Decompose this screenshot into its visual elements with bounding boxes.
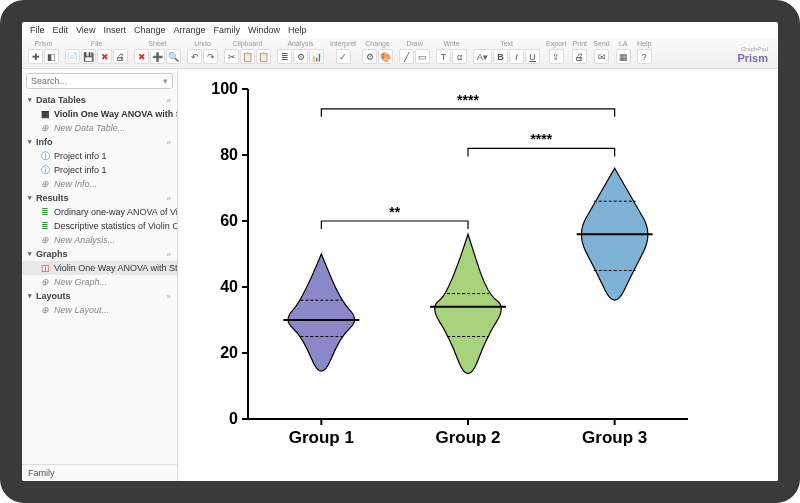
sidebar: ▾ Data Tables ▦Violin One Way ANOVA with… <box>22 69 178 481</box>
navigator-tree: Data Tables ▦Violin One Way ANOVA with S… <box>22 93 177 464</box>
export-icon[interactable]: ⇪ <box>549 49 564 64</box>
sidebar-item-result2[interactable]: ≣Descriptive statistics of Violin One Wa… <box>22 219 177 233</box>
plus-circle-icon: ⊕ <box>40 179 50 189</box>
greek-icon[interactable]: α <box>452 49 467 64</box>
menu-bar: File Edit View Insert Change Arrange Fam… <box>22 22 778 38</box>
copy-icon[interactable]: 📋 <box>240 49 255 64</box>
section-layouts[interactable]: Layouts <box>22 289 177 303</box>
family-panel-header[interactable]: Family <box>22 464 177 481</box>
svg-text:Group 1: Group 1 <box>289 428 354 447</box>
settings-icon[interactable]: ⚙ <box>293 49 308 64</box>
close-icon[interactable]: ✖ <box>97 49 112 64</box>
italic-button[interactable]: I <box>509 49 524 64</box>
menu-help[interactable]: Help <box>286 24 309 36</box>
search-box[interactable]: ▾ <box>26 73 173 89</box>
analyze-icon[interactable]: ≣ <box>277 49 292 64</box>
print-icon[interactable]: 🖨 <box>113 49 128 64</box>
plus-circle-icon: ⊕ <box>40 277 50 287</box>
info-icon: ⓘ <box>40 165 50 175</box>
menu-view[interactable]: View <box>74 24 97 36</box>
brand: GraphPad Prism <box>731 46 774 64</box>
interpret-icon[interactable]: ✓ <box>336 49 351 64</box>
section-info[interactable]: Info <box>22 135 177 149</box>
change-icon[interactable]: ⚙ <box>362 49 377 64</box>
violin-chart: 020406080100Group 1Group 2Group 3*******… <box>188 69 708 469</box>
help-icon[interactable]: ? <box>637 49 652 64</box>
svg-text:40: 40 <box>220 278 238 295</box>
svg-text:80: 80 <box>220 146 238 163</box>
tb-group-la: LA ▦ <box>614 40 633 64</box>
plus-circle-icon: ⊕ <box>40 305 50 315</box>
menu-insert[interactable]: Insert <box>101 24 128 36</box>
svg-text:****: **** <box>457 92 479 108</box>
sidebar-item-info2[interactable]: ⓘProject info 1 <box>22 163 177 177</box>
save-icon[interactable]: 💾 <box>81 49 96 64</box>
brand-name: Prism <box>737 52 768 64</box>
section-results[interactable]: Results <box>22 191 177 205</box>
svg-text:100: 100 <box>211 80 238 97</box>
svg-text:60: 60 <box>220 212 238 229</box>
sidebar-item-result1[interactable]: ≣Ordinary one-way ANOVA of Violin One... <box>22 205 177 219</box>
add-sheet-icon[interactable]: ➕ <box>150 49 165 64</box>
bold-button[interactable]: B <box>493 49 508 64</box>
tb-group-undo: Undo ↶ ↷ <box>185 40 220 64</box>
find-icon[interactable]: 🔍 <box>166 49 181 64</box>
tb-group-draw: Draw ╱ ▭ <box>397 40 432 64</box>
panel-icon[interactable]: ◧ <box>44 49 59 64</box>
color-icon[interactable]: 🎨 <box>378 49 393 64</box>
search-input[interactable] <box>31 76 163 86</box>
graph-canvas[interactable]: 020406080100Group 1Group 2Group 3*******… <box>178 69 778 481</box>
svg-text:Group 3: Group 3 <box>582 428 647 447</box>
menu-edit[interactable]: Edit <box>51 24 71 36</box>
menu-window[interactable]: Window <box>246 24 282 36</box>
rect-icon[interactable]: ▭ <box>415 49 430 64</box>
tb-group-text: Text A▾ B I U <box>471 40 542 64</box>
underline-button[interactable]: U <box>525 49 540 64</box>
new-file-icon[interactable]: 📄 <box>65 49 80 64</box>
sidebar-item-data-table[interactable]: ▦Violin One Way ANOVA with Stars <box>22 107 177 121</box>
toolbar: Prism ✚ ◧ File 📄 💾 ✖ 🖨 Sheet ✖ ➕ 🔍 <box>22 38 778 69</box>
tb-group-print: Print 🖨 <box>570 40 589 64</box>
laptop-frame: File Edit View Insert Change Arrange Fam… <box>0 0 800 503</box>
send-icon[interactable]: ✉ <box>594 49 609 64</box>
tb-group-analysis: Analysis ≣ ⚙ 📊 <box>275 40 326 64</box>
menu-file[interactable]: File <box>28 24 47 36</box>
la-icon[interactable]: ▦ <box>616 49 631 64</box>
section-graphs[interactable]: Graphs <box>22 247 177 261</box>
plus-circle-icon: ⊕ <box>40 123 50 133</box>
sidebar-item-new-layout[interactable]: ⊕New Layout... <box>22 303 177 317</box>
menu-change[interactable]: Change <box>132 24 168 36</box>
svg-text:****: **** <box>530 131 552 147</box>
sidebar-item-new-graph[interactable]: ⊕New Graph... <box>22 275 177 289</box>
tb-group-file: File 📄 💾 ✖ 🖨 <box>63 40 130 64</box>
delete-sheet-icon[interactable]: ✖ <box>134 49 149 64</box>
font-select[interactable]: A▾ <box>473 49 492 64</box>
table-icon: ▦ <box>40 109 50 119</box>
chart-icon[interactable]: 📊 <box>309 49 324 64</box>
tb-group-interpret: Interpret ✓ <box>328 40 358 64</box>
tb-group-change: Change ⚙ 🎨 <box>360 40 395 64</box>
sidebar-item-info1[interactable]: ⓘProject info 1 <box>22 149 177 163</box>
section-data-tables[interactable]: Data Tables <box>22 93 177 107</box>
svg-text:Group 2: Group 2 <box>435 428 500 447</box>
tb-group-prism: Prism ✚ ◧ <box>26 40 61 64</box>
sidebar-item-new-info[interactable]: ⊕New Info... <box>22 177 177 191</box>
plus-circle-icon: ⊕ <box>40 235 50 245</box>
undo-icon[interactable]: ↶ <box>187 49 202 64</box>
plus-icon[interactable]: ✚ <box>28 49 43 64</box>
chevron-down-icon[interactable]: ▾ <box>163 76 168 86</box>
tb-group-write: Write T α <box>434 40 469 64</box>
text-T-icon[interactable]: T <box>436 49 451 64</box>
sidebar-item-new-analysis[interactable]: ⊕New Analysis... <box>22 233 177 247</box>
sidebar-item-new-data-table[interactable]: ⊕New Data Table... <box>22 121 177 135</box>
sidebar-item-graph[interactable]: ◫Violin One Way ANOVA with Stars <box>22 261 177 275</box>
cut-icon[interactable]: ✂ <box>224 49 239 64</box>
paste-icon[interactable]: 📋 <box>256 49 271 64</box>
menu-family[interactable]: Family <box>211 24 242 36</box>
menu-arrange[interactable]: Arrange <box>171 24 207 36</box>
redo-icon[interactable]: ↷ <box>203 49 218 64</box>
line-icon[interactable]: ╱ <box>399 49 414 64</box>
result-icon: ≣ <box>40 221 50 231</box>
graph-icon: ◫ <box>40 263 50 273</box>
print2-icon[interactable]: 🖨 <box>572 49 587 64</box>
